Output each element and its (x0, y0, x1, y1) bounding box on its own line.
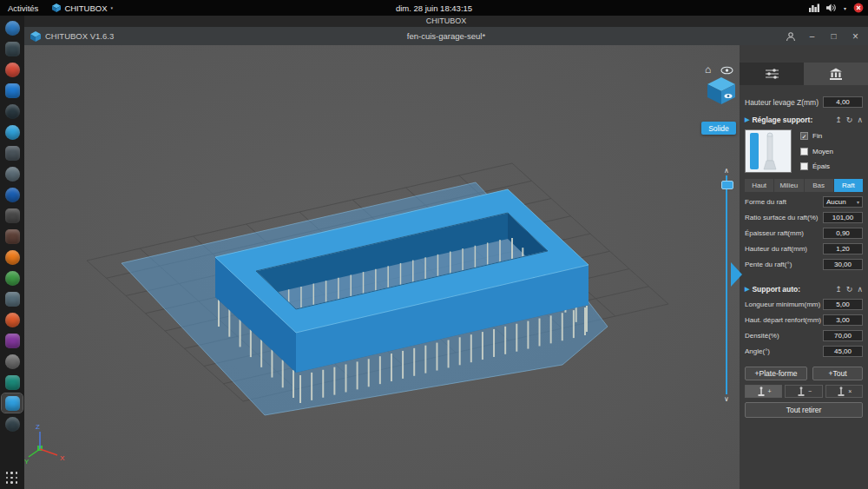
dock-app-2[interactable] (2, 39, 23, 58)
collapse-section-icon[interactable]: ∧ (857, 116, 863, 124)
raft-surface-ratio-input[interactable] (823, 212, 863, 223)
minimize-button[interactable]: – (801, 27, 823, 45)
dock-app-13[interactable] (2, 268, 23, 287)
remove-all-supports-button[interactable]: Tout retirer (745, 402, 863, 418)
app-version-label: CHITUBOX V1.6.3 (45, 31, 114, 41)
dock-app-icon (5, 104, 20, 119)
document-title: fen-cuis-garage-seul* (24, 31, 868, 41)
reinforcement-row: Haut. départ renfort(mm) (745, 314, 863, 326)
raft-height-input[interactable] (823, 243, 863, 254)
window-title-bar[interactable]: CHITUBOX V1.6.3 fen-cuis-garage-seul* – … (24, 27, 868, 45)
dock-app-icon (5, 21, 20, 36)
dock-app-icon (5, 250, 20, 265)
tab-support[interactable] (804, 63, 868, 85)
dock-app-4[interactable] (2, 81, 23, 100)
dock-app-19[interactable] (2, 393, 23, 413)
slider-track[interactable] (726, 175, 727, 394)
dock-app-11[interactable] (2, 227, 23, 246)
thickness-moyen-option[interactable]: Moyen (800, 148, 863, 155)
account-button[interactable] (779, 27, 801, 45)
collapse-auto-icon[interactable]: ∧ (857, 285, 863, 294)
section-arrow-icon[interactable]: ▶ (745, 286, 749, 293)
reset-auto-icon[interactable]: ↻ (846, 285, 853, 294)
raft-shape-select[interactable]: Aucun ▾ (823, 196, 863, 208)
tab-settings[interactable] (740, 63, 804, 85)
axis-x-label: X (60, 454, 65, 462)
add-platform-supports-button[interactable]: +Plate-forme (745, 367, 807, 380)
section-arrow-icon[interactable]: ▶ (745, 116, 749, 123)
thickness-epais-checkbox[interactable] (800, 162, 808, 170)
thickness-epais-option[interactable]: Épais (800, 162, 863, 170)
angle-input[interactable] (823, 346, 863, 357)
density-label: Densité(%) (745, 332, 823, 340)
recording-indicator-icon[interactable] (853, 3, 864, 13)
system-monitor-icon[interactable] (809, 3, 819, 12)
reinforcement-start-height-input[interactable] (823, 314, 863, 326)
dock-app-3[interactable] (2, 60, 23, 79)
view-cube-icon[interactable] (706, 76, 737, 105)
dock-app-icon (5, 334, 20, 348)
render-mode-button[interactable]: Solide (701, 122, 736, 135)
raft-slope-row: Pente du raft(°) (745, 258, 863, 270)
dock-app-10[interactable] (2, 206, 23, 225)
system-menu-caret-icon[interactable]: ▾ (844, 5, 846, 11)
dock-app-14[interactable] (2, 289, 23, 308)
dock-app-20[interactable] (2, 414, 23, 433)
add-support-button[interactable]: + (745, 385, 782, 398)
angle-row: Angle(°) (745, 345, 863, 357)
tab-bas[interactable]: Bas (805, 179, 834, 192)
clock[interactable]: dim. 28 juin 18:43:15 (0, 3, 868, 13)
slider-handle[interactable] (721, 181, 733, 189)
support-settings-header: ▶ Réglage support: ↥ ↻ ∧ (745, 115, 863, 125)
activities-button[interactable]: Activités (8, 3, 38, 13)
dock-app-15[interactable] (2, 310, 23, 329)
support-settings-title: Réglage support: (752, 116, 812, 124)
tab-raft[interactable]: Raft (834, 179, 863, 192)
maximize-button[interactable]: □ (823, 27, 845, 45)
thickness-fin-option[interactable]: ✓ Fin (800, 132, 863, 140)
min-length-row: Longueur minimum(mm) (745, 298, 863, 310)
reset-settings-icon[interactable]: ↻ (846, 116, 853, 124)
tab-milieu[interactable]: Milieu (774, 179, 804, 192)
lift-height-input[interactable] (823, 96, 863, 108)
add-all-supports-button[interactable]: +Tout (812, 367, 863, 380)
dock-app-17[interactable] (2, 352, 23, 371)
dock-app-1[interactable] (2, 18, 23, 37)
export-settings-icon[interactable]: ↥ (835, 116, 842, 124)
dock-app-12[interactable] (2, 248, 23, 267)
thickness-options: ✓ Fin Moyen Épais (792, 129, 863, 173)
raft-thickness-input[interactable] (823, 228, 863, 239)
view-cube-widget[interactable]: ⌂ (703, 64, 740, 120)
slider-down-icon[interactable]: ∨ (724, 395, 729, 403)
dock-app-18[interactable] (2, 373, 23, 392)
dock-items (2, 18, 23, 435)
volume-icon[interactable] (826, 3, 837, 12)
min-length-input[interactable] (823, 299, 863, 310)
dock-app-6[interactable] (2, 122, 23, 142)
thickness-fin-checkbox[interactable]: ✓ (800, 132, 808, 140)
edit-support-button[interactable]: − (785, 385, 822, 398)
panel-collapse-handle[interactable] (731, 262, 742, 287)
support-pillar-icon (756, 387, 766, 397)
3d-scene-canvas[interactable]: Z Y X (24, 45, 740, 489)
tab-haut[interactable]: Haut (745, 179, 774, 192)
dock-app-8[interactable] (2, 164, 23, 183)
raft-slope-input[interactable] (823, 259, 863, 270)
density-input[interactable] (823, 330, 863, 341)
axis-indicator: Z Y X (24, 423, 65, 466)
delete-support-button[interactable]: × (825, 385, 863, 398)
dock-app-16[interactable] (2, 331, 23, 350)
export-auto-icon[interactable]: ↥ (835, 285, 842, 294)
thickness-moyen-checkbox[interactable] (800, 148, 808, 155)
close-button[interactable]: × (845, 27, 866, 45)
app-title-strip[interactable]: CHITUBOX (24, 16, 868, 27)
show-applications-icon[interactable] (6, 472, 19, 485)
dock-app-7[interactable] (2, 143, 23, 162)
home-view-icon[interactable]: ⌂ (705, 64, 711, 75)
dock-app-9[interactable] (2, 185, 23, 204)
dock-app-5[interactable] (2, 102, 23, 121)
app-menu-button[interactable]: CHITUBOX ▾ (52, 3, 113, 13)
slider-up-icon[interactable]: ∧ (724, 167, 729, 175)
eye-icon[interactable] (720, 66, 733, 75)
axis-z-label: Z (36, 423, 40, 431)
